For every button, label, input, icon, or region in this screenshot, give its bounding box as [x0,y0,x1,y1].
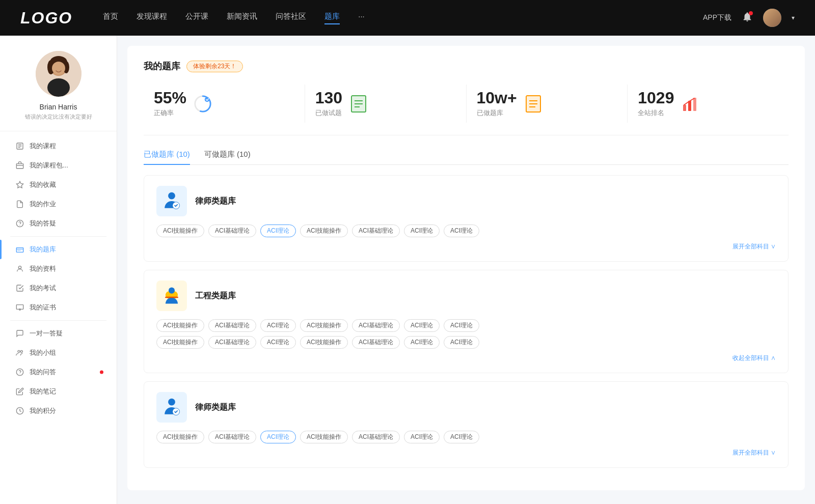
nav-home[interactable]: 首页 [103,12,118,24]
svg-point-6 [52,62,65,75]
stat-banks-text: 10w+ 已做题库 [477,90,517,118]
exam-icon [15,284,24,293]
bank-tag-selected[interactable]: ACI理论 [260,431,296,443]
svg-rect-42 [688,101,691,111]
sidebar-item-exam[interactable]: 我的考试 [0,278,117,298]
bank-tags-2-row2: ACI技能操作 ACI基础理论 ACI理论 ACI技能操作 ACI基础理论 AC… [156,336,776,349]
qa-icon [15,219,24,228]
sidebar-item-homework[interactable]: 我的作业 [0,194,117,214]
bank-tag[interactable]: ACI技能操作 [156,336,204,349]
profile-avatar [36,51,82,97]
bank-tag[interactable]: ACI理论 [404,336,440,349]
bank-tag[interactable]: ACI基础理论 [208,225,256,237]
bank-tag[interactable]: ACI理论 [404,225,440,237]
bank-tag[interactable]: ACI基础理论 [352,431,400,443]
bank-tag[interactable]: ACI基础理论 [208,336,256,349]
engineer-svg [162,286,181,305]
bank-tag[interactable]: ACI技能操作 [156,431,204,443]
bank-card-header-1: 律师类题库 [156,186,776,216]
bank-expand-1[interactable]: 展开全部科目 ∨ [156,242,776,251]
svg-point-23 [18,350,20,352]
bank-tags-2-row1: ACI技能操作 ACI基础理论 ACI理论 ACI技能操作 ACI基础理论 AC… [156,319,776,332]
bank-tag[interactable]: ACI技能操作 [300,431,348,443]
bank-tag[interactable]: ACI理论 [260,319,296,332]
bank-card-lawyer-1: 律师类题库 ACI技能操作 ACI基础理论 ACI理论 ACI技能操作 ACI基… [144,175,789,262]
sidebar-menu: 我的课程 我的课程包... 我的收藏 我的作业 [0,131,117,426]
sidebar-item-bank[interactable]: 我的题库 [0,240,117,259]
nav-menu: 首页 发现课程 公开课 新闻资讯 问答社区 题库 ··· [103,12,703,24]
sidebar-item-qa[interactable]: 我的答疑 [0,214,117,233]
bank-tags-1: ACI技能操作 ACI基础理论 ACI理论 ACI技能操作 ACI基础理论 AC… [156,225,776,237]
bank-tag[interactable]: ACI理论 [260,336,296,349]
stat-accuracy: 55% 正确率 [144,85,305,123]
bank-tag[interactable]: ACI技能操作 [156,319,204,332]
bank-tag[interactable]: ACI理论 [404,431,440,443]
sidebar-item-label: 我的答疑 [30,219,56,228]
tab-available[interactable]: 可做题库 (10) [204,150,251,164]
bank-tag[interactable]: ACI基础理论 [208,319,256,332]
bank-tag[interactable]: ACI理论 [444,336,479,349]
sidebar-profile: Brian Harris 错误的决定比没有决定要好 [0,51,117,131]
bank-expand-2[interactable]: 收起全部科目 ∧ [156,354,776,362]
nav-more[interactable]: ··· [358,12,365,24]
svg-rect-41 [683,105,686,111]
notification-bell[interactable] [742,11,753,25]
svg-point-30 [205,97,209,101]
content-inner: 我的题库 体验剩余23天！ 55% 正确率 [127,46,805,490]
main-layout: Brian Harris 错误的决定比没有决定要好 我的课程 我的课程包... [0,36,815,504]
divider2 [10,320,106,321]
svg-point-44 [168,192,175,200]
svg-point-15 [20,225,20,226]
score-icon [15,406,24,415]
sidebar-item-group[interactable]: 我的小组 [0,343,117,362]
sidebar-item-notes[interactable]: 我的笔记 [0,382,117,401]
bank-tag[interactable]: ACI技能操作 [300,336,348,349]
sidebar-item-course[interactable]: 我的课程 [0,136,117,156]
sidebar-item-cert[interactable]: 我的证书 [0,298,117,317]
sidebar-item-question[interactable]: 我的问答 [0,362,117,382]
notification-dot [100,371,103,374]
navbar-right: APP下载 ▾ [703,9,795,27]
bank-tag[interactable]: ACI基础理论 [352,336,400,349]
bank-tag[interactable]: ACI技能操作 [300,319,348,332]
nav-news[interactable]: 新闻资讯 [227,12,257,24]
bank-tag[interactable]: ACI技能操作 [300,225,348,237]
homework-icon [15,200,24,209]
svg-point-48 [169,288,175,294]
nav-discover[interactable]: 发现课程 [137,12,167,24]
bank-tag[interactable]: ACI理论 [444,319,479,332]
stat-accuracy-text: 55% 正确率 [154,90,186,118]
nav-bank[interactable]: 题库 [324,12,340,24]
sidebar-item-favorites[interactable]: 我的收藏 [0,175,117,194]
app-download-button[interactable]: APP下载 [703,13,731,22]
nav-qa[interactable]: 问答社区 [276,12,306,24]
sidebar-item-label: 我的作业 [30,200,56,209]
sidebar-item-label: 我的课程 [30,142,56,151]
avatar-image [763,9,781,27]
bank-tag[interactable]: ACI理论 [404,319,440,332]
bank-tag[interactable]: ACI理论 [444,431,479,443]
user-avatar[interactable] [763,9,781,27]
sidebar-item-data[interactable]: 我的资料 [0,259,117,278]
note-icon [15,387,24,396]
lawyer-icon-1 [156,186,187,216]
nav-open-course[interactable]: 公开课 [185,12,208,24]
one2one-icon [15,329,24,338]
stat-banks-value: 10w+ [477,90,517,106]
bank-tag[interactable]: ACI技能操作 [156,225,204,237]
data-icon [15,264,24,273]
bank-tag[interactable]: ACI基础理论 [208,431,256,443]
sidebar-item-one2one[interactable]: 一对一答疑 [0,324,117,343]
stat-done-label: 已做试题 [315,108,342,118]
bank-tag[interactable]: ACI基础理论 [352,319,400,332]
tab-done[interactable]: 已做题库 (10) [144,150,190,164]
sidebar-item-points[interactable]: 我的积分 [0,401,117,421]
stat-done-text: 130 已做试题 [315,90,342,118]
user-menu-chevron[interactable]: ▾ [792,14,795,21]
bank-expand-3[interactable]: 展开全部科目 ∨ [156,449,776,457]
bank-tag-selected[interactable]: ACI理论 [260,225,296,237]
bank-tag[interactable]: ACI基础理论 [352,225,400,237]
sidebar-item-package[interactable]: 我的课程包... [0,156,117,175]
stat-done-banks: 10w+ 已做题库 [467,85,628,123]
bank-tag[interactable]: ACI理论 [444,225,479,237]
